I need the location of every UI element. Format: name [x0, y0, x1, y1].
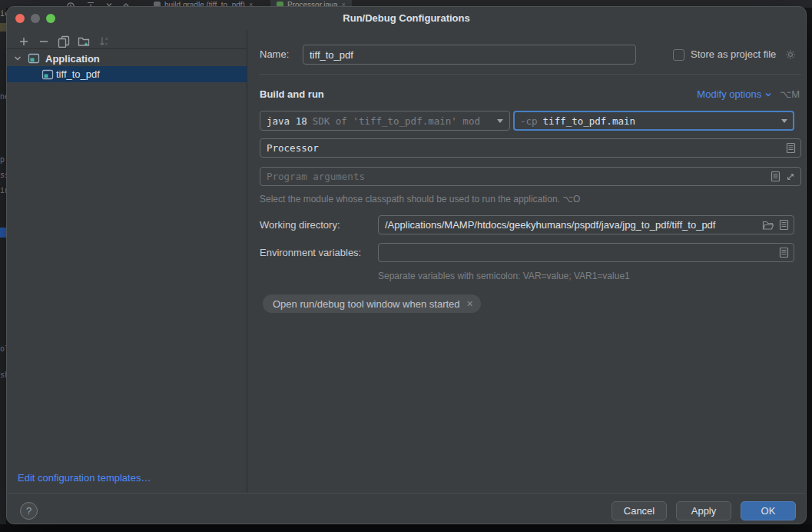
- classpath-combobox[interactable]: -cp tiff_to_pdf.main: [513, 111, 794, 131]
- code-fragment: sh: [0, 371, 6, 379]
- background-editor-edge: ic ne p ss in ol sh: [0, 8, 6, 524]
- expand-field-icon[interactable]: [785, 171, 796, 182]
- store-options-gear-icon[interactable]: [784, 48, 797, 61]
- working-directory-field: [378, 215, 794, 234]
- code-fragment: ss: [0, 171, 6, 179]
- working-directory-label: Working directory:: [260, 215, 340, 234]
- dialog-title: Run/Debug Configurations: [7, 7, 806, 30]
- jre-value: java 18: [267, 115, 307, 127]
- name-label: Name:: [260, 45, 289, 65]
- svg-text:z: z: [105, 42, 108, 46]
- code-fragment: in: [0, 186, 6, 195]
- program-arguments-input[interactable]: [260, 168, 771, 185]
- insert-macros-icon[interactable]: [771, 171, 781, 182]
- chevron-down-icon[interactable]: [13, 54, 22, 63]
- tree-group-application[interactable]: Application: [7, 51, 247, 66]
- tree-item-label: tiff_to_pdf: [56, 68, 100, 80]
- main-class-field: [260, 138, 801, 158]
- classpath-value: tiff_to_pdf.main: [543, 115, 635, 127]
- panel-divider: [247, 30, 247, 493]
- modify-options-shortcut: ⌥M: [780, 88, 800, 100]
- apply-button[interactable]: Apply: [676, 501, 731, 520]
- remove-configuration-button[interactable]: [36, 35, 51, 48]
- chevron-down-icon: [764, 91, 772, 98]
- name-field: [303, 45, 636, 65]
- modify-options-row: Modify options ⌥M: [697, 88, 800, 100]
- name-section-divider: [259, 74, 801, 75]
- modify-options-link[interactable]: Modify options: [697, 88, 772, 100]
- build-and-run-heading: Build and run: [260, 88, 324, 100]
- run-debug-configurations-dialog: Run/Debug Configurations az Application …: [6, 6, 807, 524]
- ok-button[interactable]: OK: [741, 501, 796, 520]
- tree-group-label: Application: [45, 53, 100, 65]
- svg-text:a: a: [105, 36, 108, 41]
- main-class-input[interactable]: [260, 139, 786, 157]
- classpath-prefix: -cp: [520, 115, 538, 127]
- jre-combobox[interactable]: java 18 SDK of 'tiff_to_pdf.main' mod: [260, 111, 510, 131]
- copy-configuration-button[interactable]: [56, 35, 71, 48]
- jre-suffix: SDK of 'tiff_to_pdf.main' mod: [313, 115, 480, 127]
- highlighted-line-fragment: [0, 23, 6, 32]
- insert-macros-icon[interactable]: [779, 219, 789, 231]
- remove-tag-icon[interactable]: ×: [467, 298, 473, 310]
- footer-divider: [7, 493, 807, 494]
- code-fragment: ol: [0, 344, 6, 353]
- tag-label: Open run/debug tool window when started: [273, 298, 460, 310]
- add-configuration-button[interactable]: [16, 35, 31, 48]
- combo-arrow-icon: [497, 119, 503, 123]
- sidebar-toolbar-divider: [7, 48, 247, 49]
- environment-variables-label: Environment variables:: [260, 243, 361, 262]
- program-arguments-field: [260, 167, 801, 186]
- cancel-button[interactable]: Cancel: [611, 501, 667, 520]
- application-icon: [41, 68, 54, 81]
- code-fragment: p: [0, 155, 5, 164]
- store-as-project-file-checkbox[interactable]: [673, 49, 684, 61]
- browse-folder-icon[interactable]: [762, 220, 774, 231]
- tree-item-tiff-to-pdf[interactable]: tiff_to_pdf: [7, 66, 247, 82]
- edit-configuration-templates-link[interactable]: Edit configuration templates…: [18, 472, 151, 484]
- selected-line-fragment: [0, 228, 6, 238]
- environment-variables-hint: Separate variables with semicolon: VAR=v…: [378, 271, 630, 281]
- new-folder-button[interactable]: [76, 35, 91, 48]
- code-fragment: ne: [0, 92, 6, 101]
- environment-variables-input[interactable]: [379, 244, 779, 261]
- name-input[interactable]: [303, 45, 635, 64]
- sort-configurations-button[interactable]: az: [96, 35, 111, 48]
- store-as-project-file-label: Store as project file: [691, 45, 776, 65]
- background-bottom-strip: [0, 524, 812, 532]
- screen: build.gradle (tiff_to_pdf) × Processor.j…: [0, 0, 812, 532]
- classpath-hint: Select the module whose classpath should…: [260, 194, 580, 204]
- insert-macros-icon[interactable]: [786, 142, 796, 154]
- open-tool-window-tag[interactable]: Open run/debug tool window when started …: [263, 294, 481, 313]
- code-fragment: ic: [0, 9, 6, 18]
- edit-variables-icon[interactable]: [779, 247, 789, 258]
- working-directory-input[interactable]: [379, 216, 762, 234]
- application-icon: [28, 52, 40, 65]
- modify-options-label: Modify options: [697, 88, 761, 100]
- environment-variables-field: [378, 243, 794, 262]
- help-button[interactable]: ?: [20, 502, 38, 520]
- combo-arrow-icon: [781, 119, 787, 123]
